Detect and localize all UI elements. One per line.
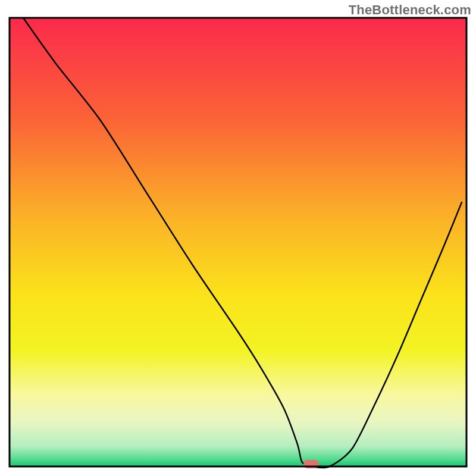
watermark-text: TheBottleneck.com	[349, 2, 471, 18]
plot-background	[10, 18, 466, 466]
bottleneck-chart: TheBottleneck.com	[0, 0, 476, 476]
chart-svg	[0, 0, 476, 476]
